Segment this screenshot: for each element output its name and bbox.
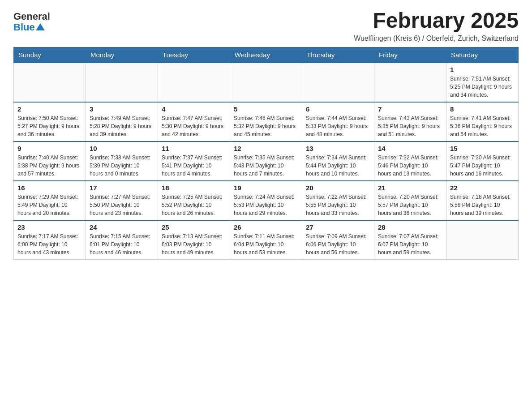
day-number: 28 bbox=[378, 223, 442, 231]
day-number: 20 bbox=[306, 184, 370, 192]
day-info: Sunrise: 7:07 AM Sunset: 6:07 PM Dayligh… bbox=[378, 232, 442, 257]
calendar-cell: 24Sunrise: 7:15 AM Sunset: 6:01 PM Dayli… bbox=[86, 220, 158, 260]
day-info: Sunrise: 7:17 AM Sunset: 6:00 PM Dayligh… bbox=[17, 232, 82, 257]
day-info: Sunrise: 7:25 AM Sunset: 5:52 PM Dayligh… bbox=[162, 193, 226, 217]
calendar-cell: 4Sunrise: 7:47 AM Sunset: 5:30 PM Daylig… bbox=[158, 102, 230, 141]
day-info: Sunrise: 7:44 AM Sunset: 5:33 PM Dayligh… bbox=[306, 114, 370, 138]
day-number: 9 bbox=[17, 145, 82, 152]
calendar-week-row: 23Sunrise: 7:17 AM Sunset: 6:00 PM Dayli… bbox=[14, 220, 519, 260]
day-info: Sunrise: 7:15 AM Sunset: 6:01 PM Dayligh… bbox=[90, 232, 154, 257]
day-info: Sunrise: 7:20 AM Sunset: 5:57 PM Dayligh… bbox=[378, 193, 442, 217]
day-info: Sunrise: 7:50 AM Sunset: 5:27 PM Dayligh… bbox=[17, 114, 82, 138]
calendar-cell: 21Sunrise: 7:20 AM Sunset: 5:57 PM Dayli… bbox=[374, 181, 446, 220]
day-info: Sunrise: 7:27 AM Sunset: 5:50 PM Dayligh… bbox=[90, 193, 154, 217]
day-number: 24 bbox=[90, 223, 154, 231]
calendar-cell: 27Sunrise: 7:09 AM Sunset: 6:06 PM Dayli… bbox=[302, 220, 374, 260]
day-info: Sunrise: 7:32 AM Sunset: 5:46 PM Dayligh… bbox=[378, 154, 442, 178]
day-info: Sunrise: 7:34 AM Sunset: 5:44 PM Dayligh… bbox=[306, 154, 370, 178]
calendar-cell bbox=[446, 220, 519, 260]
day-number: 8 bbox=[450, 105, 515, 113]
day-info: Sunrise: 7:47 AM Sunset: 5:30 PM Dayligh… bbox=[162, 114, 226, 138]
location-subtitle: Wuelflingen (Kreis 6) / Oberfeld, Zurich… bbox=[354, 34, 519, 43]
day-info: Sunrise: 7:35 AM Sunset: 5:43 PM Dayligh… bbox=[234, 154, 298, 178]
calendar-cell: 10Sunrise: 7:38 AM Sunset: 5:39 PM Dayli… bbox=[86, 141, 158, 181]
day-info: Sunrise: 7:38 AM Sunset: 5:39 PM Dayligh… bbox=[90, 154, 154, 178]
day-number: 16 bbox=[17, 184, 82, 192]
day-number: 18 bbox=[162, 184, 226, 192]
calendar-cell: 25Sunrise: 7:13 AM Sunset: 6:03 PM Dayli… bbox=[158, 220, 230, 260]
calendar-week-row: 9Sunrise: 7:40 AM Sunset: 5:38 PM Daylig… bbox=[14, 141, 519, 181]
calendar-cell: 14Sunrise: 7:32 AM Sunset: 5:46 PM Dayli… bbox=[374, 141, 446, 181]
day-number: 11 bbox=[162, 145, 226, 152]
calendar-cell: 19Sunrise: 7:24 AM Sunset: 5:53 PM Dayli… bbox=[230, 181, 302, 220]
day-number: 23 bbox=[17, 223, 82, 231]
day-number: 10 bbox=[90, 145, 154, 152]
calendar-cell: 12Sunrise: 7:35 AM Sunset: 5:43 PM Dayli… bbox=[230, 141, 302, 181]
calendar-cell bbox=[14, 63, 86, 102]
calendar-week-row: 2Sunrise: 7:50 AM Sunset: 5:27 PM Daylig… bbox=[14, 102, 519, 141]
calendar-week-row: 1Sunrise: 7:51 AM Sunset: 5:25 PM Daylig… bbox=[14, 63, 519, 102]
calendar-cell: 8Sunrise: 7:41 AM Sunset: 5:36 PM Daylig… bbox=[446, 102, 519, 141]
calendar-cell: 11Sunrise: 7:37 AM Sunset: 5:41 PM Dayli… bbox=[158, 141, 230, 181]
day-number: 22 bbox=[450, 184, 515, 192]
calendar-cell: 9Sunrise: 7:40 AM Sunset: 5:38 PM Daylig… bbox=[14, 141, 86, 181]
day-info: Sunrise: 7:30 AM Sunset: 5:47 PM Dayligh… bbox=[450, 154, 515, 178]
day-info: Sunrise: 7:37 AM Sunset: 5:41 PM Dayligh… bbox=[162, 154, 226, 178]
calendar-cell: 15Sunrise: 7:30 AM Sunset: 5:47 PM Dayli… bbox=[446, 141, 519, 181]
day-info: Sunrise: 7:11 AM Sunset: 6:04 PM Dayligh… bbox=[234, 232, 298, 257]
day-info: Sunrise: 7:46 AM Sunset: 5:32 PM Dayligh… bbox=[234, 114, 298, 138]
calendar-cell: 7Sunrise: 7:43 AM Sunset: 5:35 PM Daylig… bbox=[374, 102, 446, 141]
calendar-cell: 28Sunrise: 7:07 AM Sunset: 6:07 PM Dayli… bbox=[374, 220, 446, 260]
page-header: General Blue February 2025 Wuelflingen (… bbox=[13, 9, 519, 43]
calendar-cell: 5Sunrise: 7:46 AM Sunset: 5:32 PM Daylig… bbox=[230, 102, 302, 141]
day-number: 19 bbox=[234, 184, 298, 192]
day-info: Sunrise: 7:24 AM Sunset: 5:53 PM Dayligh… bbox=[234, 193, 298, 217]
day-number: 27 bbox=[306, 223, 370, 231]
day-number: 15 bbox=[450, 145, 515, 152]
calendar-cell: 6Sunrise: 7:44 AM Sunset: 5:33 PM Daylig… bbox=[302, 102, 374, 141]
logo-triangle-icon bbox=[36, 23, 45, 30]
day-info: Sunrise: 7:49 AM Sunset: 5:28 PM Dayligh… bbox=[90, 114, 154, 138]
day-number: 5 bbox=[234, 105, 298, 113]
day-number: 2 bbox=[17, 105, 82, 113]
day-number: 14 bbox=[378, 145, 442, 152]
calendar-cell: 3Sunrise: 7:49 AM Sunset: 5:28 PM Daylig… bbox=[86, 102, 158, 141]
day-info: Sunrise: 7:40 AM Sunset: 5:38 PM Dayligh… bbox=[17, 154, 82, 178]
calendar-week-row: 16Sunrise: 7:29 AM Sunset: 5:49 PM Dayli… bbox=[14, 181, 519, 220]
day-number: 3 bbox=[90, 105, 154, 113]
calendar-cell: 22Sunrise: 7:18 AM Sunset: 5:58 PM Dayli… bbox=[446, 181, 519, 220]
day-number: 12 bbox=[234, 145, 298, 152]
day-info: Sunrise: 7:13 AM Sunset: 6:03 PM Dayligh… bbox=[162, 232, 226, 257]
day-info: Sunrise: 7:09 AM Sunset: 6:06 PM Dayligh… bbox=[306, 232, 370, 257]
calendar-cell: 13Sunrise: 7:34 AM Sunset: 5:44 PM Dayli… bbox=[302, 141, 374, 181]
day-info: Sunrise: 7:22 AM Sunset: 5:55 PM Dayligh… bbox=[306, 193, 370, 217]
day-info: Sunrise: 7:43 AM Sunset: 5:35 PM Dayligh… bbox=[378, 114, 442, 138]
calendar-cell bbox=[230, 63, 302, 102]
column-header-wednesday: Wednesday bbox=[230, 47, 302, 63]
logo-blue-text: Blue bbox=[13, 22, 45, 33]
day-number: 4 bbox=[162, 105, 226, 113]
calendar-cell bbox=[86, 63, 158, 102]
calendar-cell: 18Sunrise: 7:25 AM Sunset: 5:52 PM Dayli… bbox=[158, 181, 230, 220]
day-number: 7 bbox=[378, 105, 442, 113]
calendar-cell: 16Sunrise: 7:29 AM Sunset: 5:49 PM Dayli… bbox=[14, 181, 86, 220]
calendar-cell: 23Sunrise: 7:17 AM Sunset: 6:00 PM Dayli… bbox=[14, 220, 86, 260]
day-number: 25 bbox=[162, 223, 226, 231]
logo-general-text: General bbox=[13, 11, 50, 22]
column-header-thursday: Thursday bbox=[302, 47, 374, 63]
day-number: 13 bbox=[306, 145, 370, 152]
column-header-sunday: Sunday bbox=[14, 47, 86, 63]
column-header-friday: Friday bbox=[374, 47, 446, 63]
day-info: Sunrise: 7:29 AM Sunset: 5:49 PM Dayligh… bbox=[17, 193, 82, 217]
column-header-monday: Monday bbox=[86, 47, 158, 63]
calendar-cell: 26Sunrise: 7:11 AM Sunset: 6:04 PM Dayli… bbox=[230, 220, 302, 260]
day-number: 26 bbox=[234, 223, 298, 231]
day-info: Sunrise: 7:18 AM Sunset: 5:58 PM Dayligh… bbox=[450, 193, 515, 217]
day-info: Sunrise: 7:41 AM Sunset: 5:36 PM Dayligh… bbox=[450, 114, 515, 138]
logo: General Blue bbox=[13, 9, 50, 33]
month-title: February 2025 bbox=[354, 9, 519, 33]
day-number: 21 bbox=[378, 184, 442, 192]
column-header-tuesday: Tuesday bbox=[158, 47, 230, 63]
calendar-header-row: SundayMondayTuesdayWednesdayThursdayFrid… bbox=[14, 47, 519, 63]
calendar-cell: 1Sunrise: 7:51 AM Sunset: 5:25 PM Daylig… bbox=[446, 63, 519, 102]
